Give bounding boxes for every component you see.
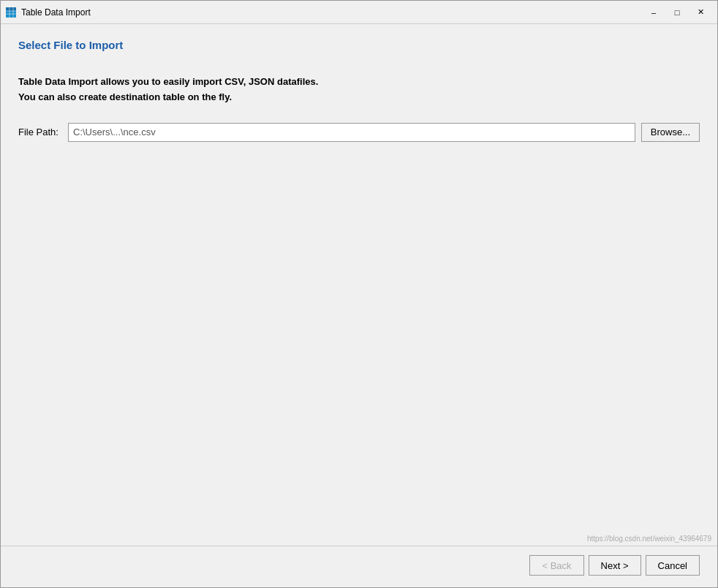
main-content: Select File to Import Table Data Import … xyxy=(1,24,717,546)
window-title: Table Data Import xyxy=(21,7,91,18)
file-path-row: File Path: Browse... xyxy=(18,123,700,142)
next-button[interactable]: Next > xyxy=(589,555,641,576)
footer: < Back Next > Cancel xyxy=(1,546,717,587)
svg-rect-1 xyxy=(6,7,16,11)
title-bar-controls: – □ ✕ xyxy=(643,4,711,20)
main-window: Table Data Import – □ ✕ Select File to I… xyxy=(0,0,718,588)
watermark: https://blog.csdn.net/weixin_43964679 xyxy=(587,535,711,543)
back-button[interactable]: < Back xyxy=(529,555,583,576)
description-line2: You can also create destination table on… xyxy=(18,90,700,105)
file-path-input[interactable] xyxy=(68,123,635,142)
close-button[interactable]: ✕ xyxy=(689,4,711,20)
browse-button[interactable]: Browse... xyxy=(641,123,700,142)
description: Table Data Import allows you to easily i… xyxy=(18,75,700,105)
file-path-label: File Path: xyxy=(18,127,62,137)
minimize-button[interactable]: – xyxy=(643,4,665,20)
title-bar: Table Data Import – □ ✕ xyxy=(1,1,717,24)
title-bar-left: Table Data Import xyxy=(5,7,91,18)
cancel-button[interactable]: Cancel xyxy=(646,555,700,576)
app-icon xyxy=(5,7,17,18)
section-title: Select File to Import xyxy=(18,39,700,51)
maximize-button[interactable]: □ xyxy=(666,4,688,20)
description-line1: Table Data Import allows you to easily i… xyxy=(18,75,700,90)
